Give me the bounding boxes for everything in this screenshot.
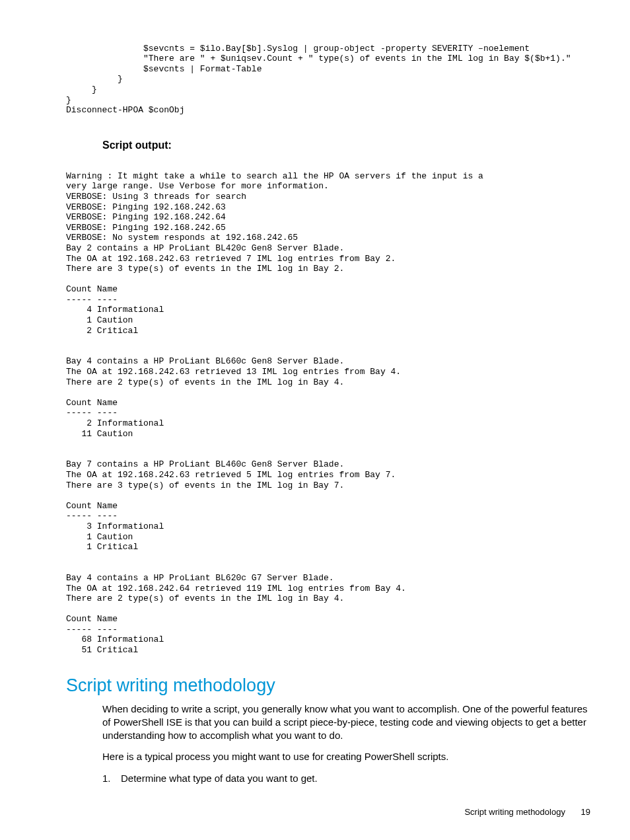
body-paragraph: When deciding to write a script, you gen… [102, 703, 590, 743]
code-line: Disconnect-HPOA $conObj [66, 105, 184, 115]
footer-label: Script writing methodology [464, 807, 565, 817]
code-line: } [66, 74, 123, 84]
script-output-block: Warning : It might take a while to searc… [66, 171, 590, 656]
list-number: 1. [102, 772, 121, 785]
list-text: Determine what type of data you want to … [121, 773, 318, 784]
numbered-list-item: 1.Determine what type of data you want t… [102, 772, 590, 785]
code-line: } [66, 85, 97, 95]
section-heading: Script writing methodology [66, 675, 590, 696]
footer-page-number: 19 [581, 807, 590, 817]
code-line: $sevcnts = $ilo.Bay[$b].Syslog | group-o… [66, 44, 530, 54]
code-line: $sevcnts | Format-Table [66, 64, 262, 74]
script-output-heading: Script output: [102, 139, 590, 151]
body-paragraph: Here is a typical process you might want… [102, 750, 590, 763]
page-footer: Script writing methodology 19 [464, 807, 590, 817]
code-line: } [66, 95, 71, 105]
page-container: $sevcnts = $ilo.Bay[$b].Syslog | group-o… [0, 0, 630, 812]
code-line: "There are " + $uniqsev.Count + " type(s… [66, 54, 571, 63]
code-block: $sevcnts = $ilo.Bay[$b].Syslog | group-o… [66, 33, 590, 116]
